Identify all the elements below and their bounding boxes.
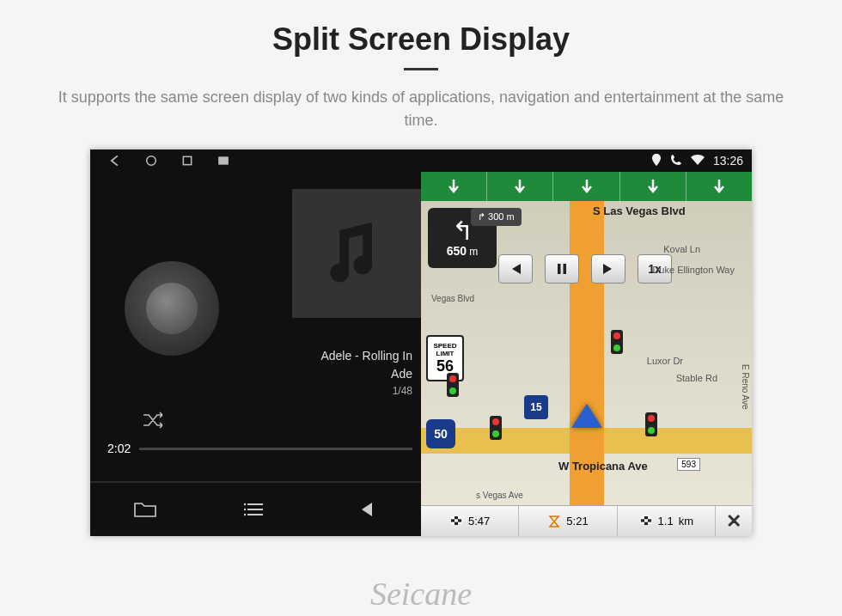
location-icon	[651, 154, 662, 168]
shuffle-icon	[142, 412, 166, 429]
flag-icon	[639, 515, 653, 528]
sim-previous-button[interactable]	[498, 254, 533, 284]
skip-forward-icon	[601, 263, 615, 275]
album-art	[292, 189, 421, 318]
joystick-control[interactable]	[125, 261, 219, 356]
svg-rect-10	[458, 516, 461, 519]
home-icon[interactable]	[145, 155, 157, 167]
street-label: Luxor Dr	[647, 356, 683, 366]
close-nav-button[interactable]: ✕	[716, 510, 752, 533]
flag-icon	[449, 515, 463, 528]
traffic-light-icon	[645, 412, 657, 436]
recents-icon[interactable]	[181, 155, 193, 167]
turn-instruction-secondary: ↱ 300 m	[471, 208, 522, 226]
gallery-icon[interactable]	[217, 155, 229, 167]
svg-point-0	[147, 156, 156, 166]
turn-right-icon: ↱	[478, 211, 485, 222]
folder-button[interactable]	[90, 483, 200, 536]
eta-value: 5:47	[468, 515, 490, 528]
svg-point-4	[244, 509, 246, 511]
previous-icon	[357, 500, 375, 519]
turn-left-icon: ↰	[452, 218, 473, 244]
street-label: E Reno Ave	[741, 364, 750, 410]
progress-bar[interactable]	[139, 448, 412, 450]
lane-3	[553, 172, 619, 201]
svg-rect-19	[648, 521, 651, 524]
hourglass-icon	[547, 515, 561, 528]
wifi-icon	[691, 154, 705, 168]
lane-1	[421, 172, 487, 201]
turn-secondary-distance: 300	[488, 211, 503, 222]
lane-4	[620, 172, 686, 201]
track-count: 1/48	[320, 383, 412, 399]
svg-rect-7	[564, 264, 567, 274]
lane-guidance	[421, 172, 752, 201]
music-bottom-controls	[90, 481, 421, 536]
turn-secondary-unit: m	[506, 211, 514, 222]
eta-cell[interactable]: 5:47	[421, 506, 519, 536]
music-panel: Adele - Rolling In Ade 1/48 2:02	[90, 149, 421, 536]
svg-rect-2	[218, 156, 229, 164]
android-navbar	[90, 149, 421, 172]
svg-point-3	[244, 503, 246, 506]
nav-info-bar: 5:47 5:21 1.1 km ✕	[421, 505, 752, 536]
sim-playback-controls: 1x	[498, 254, 672, 284]
list-icon	[244, 501, 266, 518]
navigation-panel: 13:26 ↰ 650 m ↱ 300 m	[421, 149, 752, 536]
remaining-distance-value: 1.1	[658, 515, 674, 528]
clock-time: 13:26	[713, 154, 743, 168]
svg-rect-6	[558, 264, 561, 274]
svg-rect-17	[644, 519, 648, 521]
turn-primary-unit: m	[469, 246, 478, 258]
title-underline	[404, 68, 438, 70]
skip-back-icon	[509, 263, 522, 275]
speed-limit-label2: LIMIT	[436, 350, 455, 357]
arrow-down-icon	[580, 178, 594, 195]
map-canvas[interactable]: ↰ 650 m ↱ 300 m	[421, 201, 752, 505]
page-description: It supports the same screen display of t…	[0, 86, 842, 132]
vehicle-cursor-icon	[571, 404, 602, 428]
traffic-light-icon	[447, 373, 459, 397]
status-bar: 13:26	[421, 149, 752, 172]
svg-rect-18	[641, 521, 644, 524]
svg-rect-9	[451, 516, 455, 519]
folder-icon	[134, 501, 156, 518]
page-title: Split Screen Display	[0, 0, 842, 58]
highway-shield: 50	[426, 419, 455, 448]
svg-rect-13	[458, 521, 461, 524]
lane-5	[686, 172, 752, 201]
pause-icon	[556, 263, 568, 275]
sim-pause-button[interactable]	[545, 254, 579, 284]
svg-point-5	[244, 514, 246, 516]
arrow-down-icon	[513, 178, 527, 195]
joystick-thumb[interactable]	[146, 283, 198, 334]
phone-icon	[670, 154, 682, 168]
svg-rect-15	[641, 516, 644, 519]
street-label: s Vegas Ave	[476, 491, 523, 500]
shuffle-button[interactable]	[142, 412, 166, 432]
brand-watermark: Seicane	[370, 575, 472, 613]
street-label: W Tropicana Ave	[558, 460, 648, 473]
street-number: 593	[677, 458, 700, 471]
remaining-time-value: 5:21	[566, 515, 588, 528]
traffic-light-icon	[611, 330, 623, 354]
remaining-time-cell[interactable]: 5:21	[519, 506, 617, 536]
track-info: Adele - Rolling In Ade 1/48	[320, 347, 412, 399]
playlist-button[interactable]	[200, 483, 310, 536]
elapsed-time: 2:02	[107, 442, 131, 455]
lane-2	[487, 172, 553, 201]
track-title: Adele - Rolling In	[320, 347, 412, 365]
back-icon[interactable]	[109, 155, 121, 167]
speed-limit-label1: SPEED	[433, 342, 456, 350]
svg-rect-16	[648, 516, 651, 519]
remaining-distance-cell[interactable]: 1.1 km	[618, 506, 716, 536]
track-artist: Ade	[320, 365, 412, 383]
previous-track-button[interactable]	[311, 483, 421, 536]
close-icon: ✕	[726, 510, 741, 533]
arrow-down-icon	[712, 178, 726, 195]
sim-next-button[interactable]	[591, 254, 625, 284]
svg-rect-11	[455, 519, 458, 521]
street-label: Vegas Blvd	[431, 294, 474, 303]
street-label: Koval Ln	[663, 244, 700, 254]
progress-bar-row: 2:02	[107, 442, 412, 455]
